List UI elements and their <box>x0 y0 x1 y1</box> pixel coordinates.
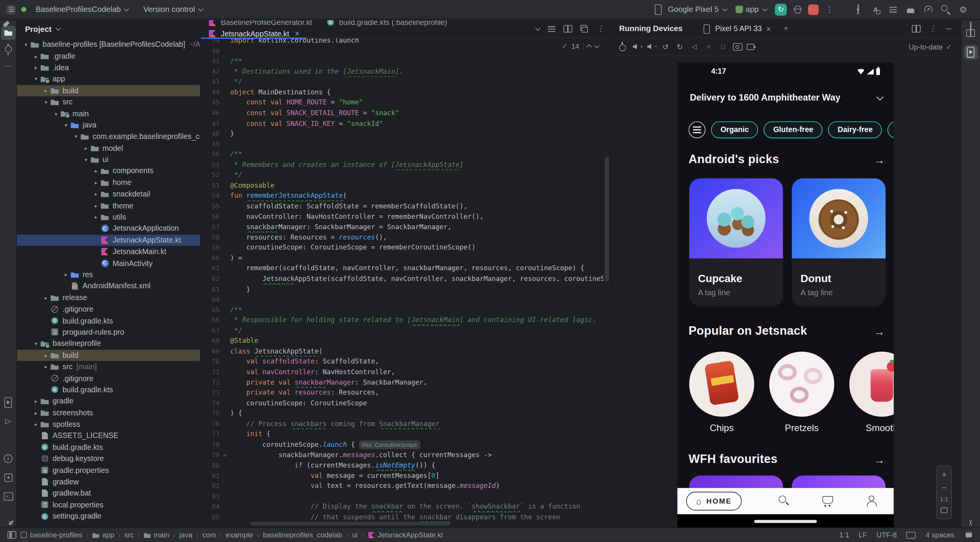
close-icon[interactable]: × <box>766 24 771 33</box>
tree-chevron-icon[interactable]: ▸ <box>32 64 40 71</box>
project-tree-item[interactable]: ▾baseline-profiles [BaselineProfilesCode… <box>17 39 200 50</box>
snack-card[interactable]: DonutA tag line <box>792 178 885 307</box>
project-tree-item[interactable]: ▸spotless <box>17 418 200 430</box>
project-tree-item[interactable]: JetsnackAppState.kt <box>17 235 200 246</box>
project-tree-item[interactable]: ▸release <box>17 292 200 304</box>
tree-chevron-icon[interactable]: ▸ <box>32 410 40 416</box>
overview-icon[interactable]: □ <box>716 40 730 53</box>
volume-down-icon[interactable] <box>644 40 658 53</box>
project-tree-item[interactable]: ▸utils <box>17 212 200 223</box>
window-icon[interactable] <box>6 530 17 541</box>
debug-button[interactable] <box>790 3 804 17</box>
editor-tab[interactable]: JetsnackAppState.kt× <box>201 29 306 38</box>
line-separator[interactable]: LF <box>859 531 867 539</box>
run-config-selector[interactable]: app <box>733 5 771 14</box>
project-tree-item[interactable]: ▾app <box>17 73 200 85</box>
build-icon[interactable] <box>1 433 15 447</box>
device-selector[interactable]: Google Pixel 5 <box>649 3 731 17</box>
inspections-widget[interactable]: ✓ 14 <box>562 42 599 50</box>
nav-home-button[interactable]: ⌂ HOME <box>686 492 742 511</box>
project-tree-item[interactable]: JetsnackApplication <box>17 223 200 235</box>
tree-chevron-icon[interactable]: ▾ <box>72 134 80 140</box>
project-tree-item[interactable]: local.properties <box>17 499 200 511</box>
close-icon[interactable]: × <box>295 29 299 38</box>
project-tree-item[interactable]: ▾com.example.baselineprofiles_codel <box>17 131 200 142</box>
services-icon[interactable] <box>1 471 15 485</box>
tree-chevron-icon[interactable]: ▸ <box>42 294 50 301</box>
project-tree-item[interactable]: ▸home <box>17 177 200 188</box>
project-tree-item[interactable]: ▸theme <box>17 200 200 212</box>
project-tree-item[interactable]: ▸model <box>17 142 200 154</box>
terminal-icon[interactable] <box>1 489 15 503</box>
split-editor-icon[interactable] <box>561 22 575 36</box>
cart-icon[interactable] <box>820 494 835 509</box>
tree-chevron-icon[interactable]: ▾ <box>62 122 70 128</box>
project-tree-item[interactable]: ASSETS_LICENSE <box>17 430 200 441</box>
project-tree-item[interactable]: ▸build <box>17 349 200 361</box>
snack-card[interactable]: CupcakeA tag line <box>689 178 783 307</box>
project-tree-item[interactable]: build.gradle.kts <box>17 384 200 395</box>
home-icon[interactable]: ○ <box>702 40 716 53</box>
tree-chevron-icon[interactable]: ▸ <box>92 168 100 174</box>
project-tree-item[interactable]: gradlew.bat <box>17 487 200 499</box>
tree-chevron-icon[interactable]: ▸ <box>32 421 40 427</box>
section-arrow-icon[interactable]: → <box>874 454 885 467</box>
emulator-screen[interactable]: 4:17 Delivery to 1600 Amphitheater Way O… <box>677 63 894 527</box>
horizontal-scrollbar[interactable] <box>250 522 450 526</box>
more-actions-icon[interactable]: ⋮ <box>822 3 836 17</box>
stop-button[interactable] <box>808 4 819 15</box>
project-panel-title[interactable]: Project <box>25 25 51 33</box>
breadcrumb-item[interactable]: baselineprofiles_codelab <box>263 531 342 539</box>
detach-editor-icon[interactable] <box>577 22 591 36</box>
tree-chevron-icon[interactable]: ▸ <box>32 398 40 404</box>
power-icon[interactable] <box>615 40 629 53</box>
settings-icon[interactable]: ⚙ <box>956 3 970 17</box>
project-menu[interactable]: BaselineProfilesCodelab <box>32 3 134 16</box>
project-tree-item[interactable]: .gitignore <box>17 303 200 315</box>
section-arrow-icon[interactable]: → <box>874 326 885 339</box>
project-tree-item[interactable]: build.gradle.kts <box>17 441 200 453</box>
project-tree-item[interactable]: ▸res <box>17 269 200 281</box>
recent-files-icon[interactable] <box>545 22 559 36</box>
tree-chevron-icon[interactable]: ▸ <box>42 364 50 370</box>
rotate-left-icon[interactable]: ↺ <box>658 40 672 53</box>
snack-circle-item[interactable]: Pretzels <box>769 352 835 433</box>
home-indicator[interactable] <box>754 520 817 522</box>
snack-circle-item[interactable]: Smooth <box>849 352 894 433</box>
breadcrumb-item[interactable]: com <box>202 531 216 539</box>
more-icon[interactable]: ⋮ <box>594 22 607 36</box>
project-tree-item[interactable]: ▾ui <box>17 154 200 165</box>
filter-icon[interactable] <box>689 121 706 138</box>
project-tree-item[interactable]: gradlew <box>17 476 200 487</box>
device-manager-icon[interactable] <box>964 63 978 78</box>
hide-icon[interactable]: ─ <box>942 22 956 36</box>
filter-chip[interactable]: Organic <box>711 121 758 138</box>
version-control-icon[interactable] <box>1 508 15 522</box>
file-encoding[interactable]: UTF-8 <box>876 531 897 539</box>
vcs-menu[interactable]: Version control <box>140 3 208 16</box>
device-tab[interactable]: Pixel 5 API 33 × <box>698 20 775 38</box>
project-tree-item[interactable]: ▸build <box>17 85 200 96</box>
running-devices-icon[interactable] <box>1 395 15 410</box>
project-tree-item[interactable]: settings.gradle <box>17 511 200 522</box>
zoom-fit-button[interactable] <box>938 505 950 516</box>
lock-icon[interactable] <box>964 530 974 540</box>
vertical-scrollbar[interactable] <box>605 156 609 281</box>
record-icon[interactable] <box>745 40 759 53</box>
project-tree-item[interactable]: ▸components <box>17 165 200 177</box>
code-editor[interactable]: 39import kotlinx.coroutines.launch4041/*… <box>201 36 604 523</box>
snack-circle-item[interactable]: Chips <box>689 352 754 433</box>
project-tree-item[interactable]: JetsnackMain.kt <box>17 246 200 258</box>
rerun-button[interactable]: ↻ <box>775 3 787 15</box>
prev-problem-icon[interactable] <box>586 44 592 50</box>
tree-chevron-icon[interactable]: ▾ <box>42 99 50 105</box>
volume-up-icon[interactable] <box>630 40 643 53</box>
breadcrumb-item[interactable]: JetsnackAppState.kt <box>368 531 443 539</box>
more-tools-icon[interactable]: ⋯ <box>1 58 15 73</box>
rotate-right-icon[interactable]: ↻ <box>673 40 687 53</box>
tree-chevron-icon[interactable]: ▸ <box>82 145 90 151</box>
filter-chip[interactable]: Gluten-free <box>764 121 823 138</box>
project-tree-item[interactable]: gradle.properties <box>17 464 200 476</box>
tree-chevron-icon[interactable]: ▾ <box>22 41 30 48</box>
main-menu-icon[interactable] <box>6 5 15 14</box>
